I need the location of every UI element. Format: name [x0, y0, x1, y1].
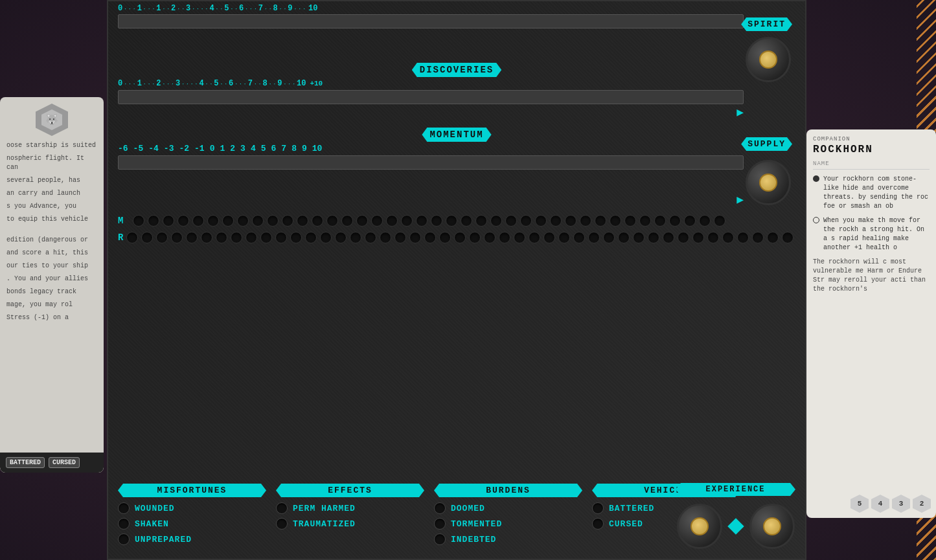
burdens-dot-indebted[interactable]	[434, 533, 446, 545]
hole-r-37[interactable]	[663, 232, 674, 243]
hole-m-1[interactable]	[133, 215, 144, 227]
burdens-dot-tormented[interactable]	[434, 518, 446, 530]
hole-m-12[interactable]	[297, 215, 308, 227]
hole-r-1[interactable]	[126, 232, 138, 243]
hole-r-33[interactable]	[603, 232, 615, 243]
misfortunes-dot-wounded[interactable]	[118, 502, 130, 514]
hole-m-22[interactable]	[446, 215, 457, 227]
hole-m-37[interactable]	[669, 215, 681, 227]
hole-r-23[interactable]	[454, 232, 466, 243]
supply-dial-container[interactable]	[746, 160, 791, 205]
hole-r-7[interactable]	[216, 232, 227, 243]
hole-r-15[interactable]	[335, 232, 347, 243]
hole-r-17[interactable]	[365, 232, 376, 243]
hole-r-43[interactable]	[752, 232, 764, 243]
hole-r-8[interactable]	[231, 232, 242, 243]
burdens-dot-doomed[interactable]	[434, 502, 446, 514]
hole-m-14[interactable]	[326, 215, 338, 227]
hole-m-25[interactable]	[490, 215, 502, 227]
hole-m-32[interactable]	[595, 215, 606, 227]
hole-r-28[interactable]	[529, 232, 540, 243]
hole-m-27[interactable]	[520, 215, 532, 227]
hole-r-42[interactable]	[737, 232, 749, 243]
hole-r-24[interactable]	[469, 232, 481, 243]
hole-m-7[interactable]	[222, 215, 234, 227]
hole-m-8[interactable]	[237, 215, 249, 227]
hole-r-27[interactable]	[514, 232, 525, 243]
hole-m-33[interactable]	[610, 215, 621, 227]
supply-dial[interactable]	[746, 160, 791, 205]
hole-m-23[interactable]	[461, 215, 472, 227]
hole-m-16[interactable]	[356, 215, 368, 227]
hole-r-4[interactable]	[171, 232, 183, 243]
hole-r-44[interactable]	[767, 232, 779, 243]
hole-r-21[interactable]	[424, 232, 436, 243]
hole-m-5[interactable]	[192, 215, 204, 227]
hole-m-35[interactable]	[639, 215, 651, 227]
experience-dial-left[interactable]	[677, 504, 722, 549]
hole-r-14[interactable]	[320, 232, 332, 243]
hole-r-41[interactable]	[722, 232, 734, 243]
hole-m-2[interactable]	[148, 215, 159, 227]
hole-r-10[interactable]	[260, 232, 272, 243]
hole-m-26[interactable]	[505, 215, 517, 227]
hole-r-35[interactable]	[633, 232, 645, 243]
hole-r-18[interactable]	[380, 232, 391, 243]
hole-m-36[interactable]	[654, 215, 666, 227]
hole-r-29[interactable]	[543, 232, 555, 243]
hole-r-6[interactable]	[201, 232, 212, 243]
hole-m-13[interactable]	[312, 215, 323, 227]
hole-r-38[interactable]	[678, 232, 689, 243]
hole-r-32[interactable]	[588, 232, 600, 243]
hole-m-29[interactable]	[550, 215, 562, 227]
hole-m-15[interactable]	[341, 215, 353, 227]
hole-m-21[interactable]	[431, 215, 442, 227]
effects-dot-perm[interactable]	[276, 502, 288, 514]
hole-m-9[interactable]	[252, 215, 264, 227]
hole-r-34[interactable]	[618, 232, 630, 243]
hole-r-36[interactable]	[648, 232, 659, 243]
momentum-track-slider[interactable]	[118, 155, 744, 170]
vehicle-dot-cursed[interactable]	[592, 518, 604, 530]
hole-m-11[interactable]	[282, 215, 293, 227]
misfortunes-dot-shaken[interactable]	[118, 518, 130, 530]
hole-r-13[interactable]	[305, 232, 317, 243]
hole-r-39[interactable]	[692, 232, 704, 243]
effects-dot-traumatized[interactable]	[276, 518, 288, 530]
hole-r-16[interactable]	[350, 232, 361, 243]
hole-m-30[interactable]	[565, 215, 576, 227]
hole-m-3[interactable]	[163, 215, 174, 227]
hole-r-40[interactable]	[707, 232, 719, 243]
hole-r-25[interactable]	[484, 232, 496, 243]
hole-r-3[interactable]	[156, 232, 168, 243]
vehicle-dot-battered[interactable]	[592, 502, 604, 514]
hole-m-28[interactable]	[535, 215, 547, 227]
hole-m-18[interactable]	[386, 215, 398, 227]
hole-m-24[interactable]	[475, 215, 487, 227]
hole-r-12[interactable]	[290, 232, 302, 243]
hole-r-45[interactable]	[782, 232, 793, 243]
hole-r-19[interactable]	[394, 232, 406, 243]
hole-r-5[interactable]	[186, 232, 198, 243]
experience-dial-right[interactable]	[749, 504, 795, 549]
hole-r-22[interactable]	[439, 232, 451, 243]
hole-m-10[interactable]	[267, 215, 279, 227]
hole-m-17[interactable]	[371, 215, 383, 227]
discoveries-track-slider[interactable]	[118, 90, 744, 104]
hole-m-40[interactable]	[714, 215, 725, 227]
hole-r-31[interactable]	[573, 232, 585, 243]
hole-m-34[interactable]	[624, 215, 636, 227]
hole-m-31[interactable]	[580, 215, 591, 227]
misfortunes-dot-unprepared[interactable]	[118, 533, 130, 545]
hole-m-39[interactable]	[699, 215, 711, 227]
hole-r-30[interactable]	[558, 232, 570, 243]
hole-m-19[interactable]	[401, 215, 413, 227]
hole-r-11[interactable]	[275, 232, 287, 243]
hole-r-9[interactable]	[245, 232, 257, 243]
top-track-slider[interactable]	[118, 14, 744, 28]
hole-m-6[interactable]	[207, 215, 219, 227]
hole-r-2[interactable]	[141, 232, 153, 243]
hole-m-38[interactable]	[684, 215, 696, 227]
hole-r-26[interactable]	[499, 232, 510, 243]
hole-m-4[interactable]	[177, 215, 189, 227]
